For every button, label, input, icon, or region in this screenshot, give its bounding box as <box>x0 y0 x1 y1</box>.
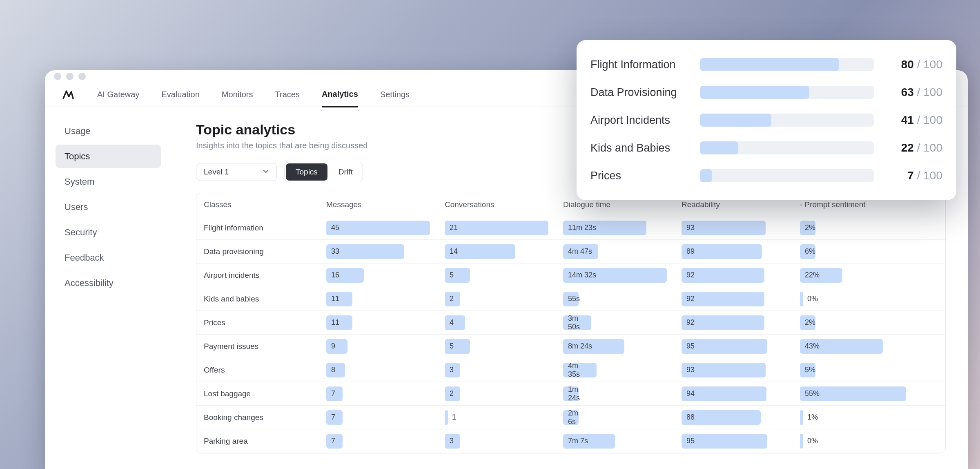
metric-cell: 11 <box>319 315 437 330</box>
column-header[interactable]: Classes <box>196 200 319 209</box>
metric-cell: 88 <box>674 410 793 425</box>
topics-table: ClassesMessagesConversationsDialogue tim… <box>196 193 946 453</box>
table-row[interactable]: Prices1143m 50s922% <box>196 311 945 335</box>
table-row[interactable]: Data provisioning33144m 47s896% <box>196 240 945 264</box>
metric-cell: 2% <box>793 315 945 330</box>
column-header[interactable]: - Prompt sentiment <box>793 200 945 209</box>
segmented-topics[interactable]: Topics <box>286 163 327 181</box>
metric-cell: 11 <box>319 292 437 306</box>
metric-cell: 92 <box>674 268 793 283</box>
metric-cell: 14m 32s <box>556 268 674 283</box>
segmented-drift[interactable]: Drift <box>329 162 363 182</box>
table-row[interactable]: Lost baggage721m 24s9455% <box>196 382 945 406</box>
window-max-dot[interactable] <box>78 73 86 80</box>
nav-item-monitors[interactable]: Monitors <box>222 83 253 107</box>
sidebar: UsageTopicsSystemUsersSecurityFeedbackAc… <box>45 107 172 469</box>
sidebar-item-usage[interactable]: Usage <box>56 119 161 143</box>
overlay-row: Prices7 / 100 <box>590 162 942 190</box>
overlay-scores-card: Flight Information80 / 100Data Provision… <box>577 40 956 200</box>
table-row[interactable]: Kids and babies11255s920% <box>196 287 945 311</box>
metric-cell: 7 <box>319 434 437 449</box>
nav-item-analytics[interactable]: Analytics <box>322 82 358 107</box>
metric-cell: 1m 24s <box>556 386 674 401</box>
metric-cell: 7 <box>319 410 437 425</box>
overlay-row: Data Provisioning63 / 100 <box>590 78 942 106</box>
level-dropdown[interactable]: Level 1 <box>196 163 277 181</box>
sidebar-item-system[interactable]: System <box>56 170 161 194</box>
overlay-bar <box>700 141 874 154</box>
metric-cell: 55s <box>556 292 674 306</box>
metric-cell: 3 <box>437 434 556 449</box>
sidebar-item-users[interactable]: Users <box>56 195 161 219</box>
table-row[interactable]: Payment issues958m 24s9543% <box>196 335 945 358</box>
overlay-value: 63 / 100 <box>881 86 942 99</box>
window-close-dot[interactable] <box>54 73 61 80</box>
column-header[interactable]: Messages <box>319 200 437 209</box>
table-row[interactable]: Booking changes712m 6s881% <box>196 406 945 429</box>
metric-cell: 95 <box>674 434 793 449</box>
overlay-row: Airport Incidents41 / 100 <box>590 106 942 134</box>
table-row[interactable]: Parking area737m 7s950% <box>196 429 945 453</box>
class-name: Data provisioning <box>196 247 319 256</box>
metric-cell: 2% <box>793 221 945 235</box>
column-header[interactable]: Readability <box>674 200 793 209</box>
segmented-control: Topics Drift <box>284 162 363 182</box>
metric-cell: 3m 50s <box>556 315 674 330</box>
metric-cell: 5 <box>437 339 556 354</box>
nav-item-settings[interactable]: Settings <box>380 83 410 107</box>
metric-cell: 0% <box>793 434 945 449</box>
metric-cell: 4 <box>437 315 556 330</box>
metric-cell: 92 <box>674 315 793 330</box>
overlay-value: 41 / 100 <box>881 114 942 127</box>
overlay-bar <box>700 169 874 182</box>
overlay-label: Airport Incidents <box>590 114 693 127</box>
table-row[interactable]: Offers834m 35s935% <box>196 358 945 382</box>
metric-cell: 2 <box>437 386 556 401</box>
sidebar-item-topics[interactable]: Topics <box>56 145 161 168</box>
nav-item-evaluation[interactable]: Evaluation <box>161 83 199 107</box>
overlay-value: 80 / 100 <box>881 58 942 71</box>
metric-cell: 8m 24s <box>556 339 674 354</box>
metric-cell: 22% <box>793 268 945 283</box>
table-row[interactable]: Airport incidents16514m 32s9222% <box>196 264 945 287</box>
class-name: Kids and babies <box>196 295 319 304</box>
metric-cell: 6% <box>793 244 945 259</box>
class-name: Airport incidents <box>196 271 319 280</box>
metric-cell: 2 <box>437 292 556 306</box>
class-name: Prices <box>196 318 319 327</box>
overlay-label: Data Provisioning <box>590 86 693 99</box>
overlay-value: 7 / 100 <box>881 169 942 182</box>
metric-cell: 0% <box>793 292 945 306</box>
metric-cell: 11m 23s <box>556 221 674 235</box>
logo-icon <box>61 88 75 102</box>
level-dropdown-label: Level 1 <box>204 168 229 176</box>
window-min-dot[interactable] <box>66 73 74 80</box>
class-name: Booking changes <box>196 413 319 422</box>
chevron-down-icon <box>263 168 269 176</box>
nav-item-ai-gateway[interactable]: AI Gateway <box>97 83 139 107</box>
metric-cell: 4m 35s <box>556 363 674 377</box>
class-name: Lost baggage <box>196 389 319 398</box>
metric-cell: 4m 47s <box>556 244 674 259</box>
sidebar-item-accessibility[interactable]: Accessibility <box>56 271 161 295</box>
metric-cell: 7 <box>319 386 437 401</box>
metric-cell: 7m 7s <box>556 434 674 449</box>
metric-cell: 8 <box>319 363 437 377</box>
metric-cell: 43% <box>793 339 945 354</box>
column-header[interactable]: Conversations <box>437 200 556 209</box>
table-row[interactable]: Flight information452111m 23s932% <box>196 216 945 240</box>
metric-cell: 55% <box>793 386 945 401</box>
sidebar-item-security[interactable]: Security <box>56 221 161 244</box>
class-name: Flight information <box>196 223 319 232</box>
overlay-row: Kids and Babies22 / 100 <box>590 134 942 162</box>
metric-cell: 93 <box>674 221 793 235</box>
metric-cell: 94 <box>674 386 793 401</box>
sidebar-item-feedback[interactable]: Feedback <box>56 246 161 270</box>
metric-cell: 93 <box>674 363 793 377</box>
nav-item-traces[interactable]: Traces <box>275 83 300 107</box>
class-name: Parking area <box>196 437 319 446</box>
column-header[interactable]: Dialogue time <box>556 200 674 209</box>
overlay-value: 22 / 100 <box>881 141 942 154</box>
class-name: Payment issues <box>196 342 319 351</box>
metric-cell: 21 <box>437 221 556 235</box>
